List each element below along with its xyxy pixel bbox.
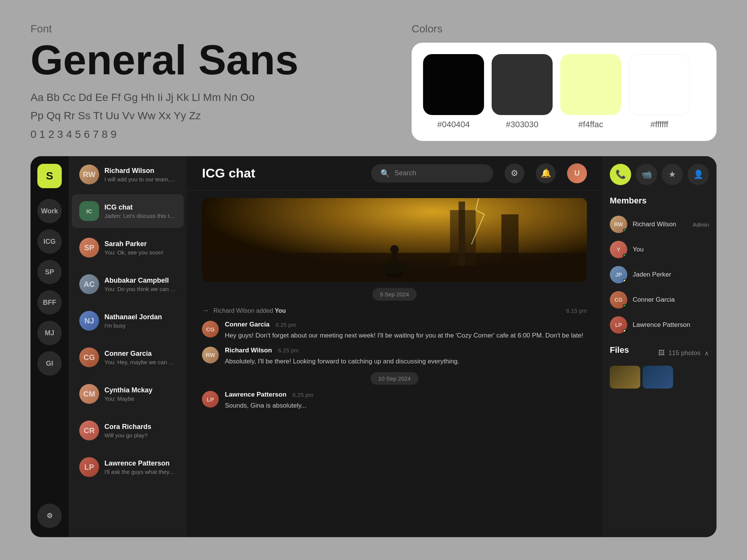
message-sender: Conner Garcia <box>225 321 269 328</box>
chat-name: ICG chat <box>104 203 176 211</box>
user-avatar-header[interactable]: U <box>567 163 587 183</box>
member-avatar: LP <box>610 316 627 334</box>
swatch-lime: #f4ffac <box>560 54 621 130</box>
member-role: Admin <box>692 221 709 228</box>
message-time: 6.25 pm <box>276 322 296 328</box>
date-divider-2: 10 Sep 2024 <box>202 372 587 385</box>
chat-preview: You: Maybe <box>104 395 176 402</box>
chevron-up-icon[interactable]: ∧ <box>704 349 709 357</box>
sidebar-item-gi[interactable]: GI <box>37 351 62 376</box>
settings-button[interactable]: ⚙ <box>505 163 524 183</box>
member-item-you: Y You <box>610 237 709 262</box>
files-section: Files 🖼 115 photos ∧ <box>610 345 709 389</box>
app-logo[interactable]: S <box>37 164 62 188</box>
notifications-button[interactable]: 🔔 <box>536 163 556 183</box>
member-item-jaden: JP Jaden Perker <box>610 262 709 287</box>
avatar: IC <box>79 201 99 221</box>
member-item-richard: RW Richard Wilson Admin <box>610 212 709 237</box>
status-dot <box>623 329 627 333</box>
colors-section: Colors #040404 #303030 #f4ffac #ffffff <box>412 23 717 141</box>
sidebar-item-bff[interactable]: BFF <box>37 290 62 315</box>
svg-rect-3 <box>450 210 476 266</box>
font-alphabet: Aa Bb Cc Dd Ee Ff Gg Hh Ii Jj Kk Ll Mm N… <box>30 88 335 125</box>
settings-icon[interactable]: ⚙ <box>37 504 62 528</box>
message-text: Sounds, Gina is absolutely... <box>225 401 587 411</box>
chat-name: Cynthia Mckay <box>104 386 176 394</box>
message-row-lawrence: LP Lawrence Patterson 6.25 pm Sounds, Gi… <box>202 391 587 411</box>
chat-item-nathanael-jordan[interactable]: NJ Nathanael Jordan I'm busy <box>72 304 184 338</box>
member-avatar: RW <box>610 216 627 233</box>
chat-item-richard-wilson[interactable]: RW Richard Wilson I will add you to our … <box>72 158 184 191</box>
system-text-bold: You <box>275 307 286 314</box>
chat-item-abubakar-campbell[interactable]: AC Abubakar Campbell You: Do you think w… <box>72 267 184 301</box>
message-sender: Lawrence Patterson <box>225 391 287 398</box>
chat-preview: Will you go play? <box>104 432 176 438</box>
video-button[interactable]: 📹 <box>636 164 657 185</box>
member-name: You <box>633 246 709 253</box>
call-button[interactable]: 📞 <box>610 164 631 185</box>
search-input[interactable]: Search <box>394 169 416 177</box>
chat-preview: You: Ok, see you soon! <box>104 249 176 256</box>
font-section: Font General Sans Aa Bb Cc Dd Ee Ff Gg H… <box>30 23 335 141</box>
avatar: LP <box>79 457 99 477</box>
message-row-richard: RW Richard Wilson 6.25 pm Absolutely, I'… <box>202 347 587 366</box>
chat-name: Cora Richards <box>104 423 176 431</box>
chat-item-cora-richards[interactable]: CR Cora Richards Will you go play? <box>72 414 184 447</box>
swatch-dark: #303030 <box>492 54 553 130</box>
message-sender: Richard Wilson <box>225 347 272 354</box>
chat-item-icg[interactable]: IC ICG chat Jaden: Let's discuss this to… <box>72 194 184 228</box>
member-item-lawrence-r: LP Lawrence Patterson <box>610 312 709 338</box>
avatar: RW <box>79 165 99 184</box>
chat-name: Sarah Parker <box>104 240 176 248</box>
member-item-conner-r: CG Conner Garcia <box>610 287 709 312</box>
member-name: Richard Wilson <box>633 221 687 228</box>
chat-name: Lawrence Patterson <box>104 459 176 467</box>
message-text: Hey guys! Don't forget about our meeting… <box>225 331 587 341</box>
message-avatar: LP <box>202 391 219 408</box>
message-avatar: RW <box>202 347 219 363</box>
avatar: CM <box>79 384 99 404</box>
thumbnail[interactable] <box>610 366 640 389</box>
members-button[interactable]: 👤 <box>688 164 709 185</box>
files-thumbnails <box>610 366 709 389</box>
swatch-black: #040404 <box>423 54 484 130</box>
chat-name: Nathanael Jordan <box>104 313 176 321</box>
sidebar-item-sp[interactable]: SP <box>37 260 62 284</box>
system-message: → Richard Wilson added You 6.15 pm <box>202 307 587 315</box>
member-avatar: CG <box>610 291 627 309</box>
files-count: 🖼 115 photos ∧ <box>658 349 709 357</box>
chat-name: Abubakar Campbell <box>104 277 176 285</box>
photo-icon: 🖼 <box>658 349 665 357</box>
message-time: 6.25 pm <box>293 392 313 398</box>
chat-preview: I will add you to our team, we... <box>104 176 176 182</box>
messages-area: 9 Sep 2024 → Richard Wilson added You 6.… <box>187 190 602 537</box>
sidebar-item-work[interactable]: Work <box>37 199 62 223</box>
system-msg-time: 6.15 pm <box>566 307 587 314</box>
svg-rect-4 <box>502 214 519 266</box>
chat-item-conner-garcia[interactable]: CG Conner Garcia You: Hey, maybe we can … <box>72 341 184 374</box>
message-row-conner: CG Conner Garcia 6.25 pm Hey guys! Don't… <box>202 321 587 341</box>
search-bar[interactable]: 🔍 Search <box>371 164 493 182</box>
sidebar-item-mj[interactable]: MJ <box>37 321 62 345</box>
message-avatar: CG <box>202 321 219 338</box>
sidebar-item-icg[interactable]: ICG <box>37 229 62 254</box>
chat-item-cynthia-mckay[interactable]: CM Cynthia Mckay You: Maybe <box>72 377 184 411</box>
avatar: CG <box>79 347 99 367</box>
chat-preview: I'm busy <box>104 322 176 329</box>
chat-header: ICG chat 🔍 Search ⚙ 🔔 U <box>187 156 602 190</box>
chat-preview: I'll ask the guys what they think <box>104 469 176 475</box>
members-title: Members <box>610 196 709 206</box>
chat-item-sarah-parker[interactable]: SP Sarah Parker You: Ok, see you soon! <box>72 231 184 264</box>
panel-icons: 📞 📹 ★ 👤 <box>610 164 709 185</box>
chat-preview: Jaden: Let's discuss this tom... <box>104 213 176 219</box>
chat-item-lawrence-patterson[interactable]: LP Lawrence Patterson I'll ask the guys … <box>72 450 184 484</box>
svg-point-7 <box>390 245 399 253</box>
status-dot <box>623 254 627 258</box>
chat-list: RW Richard Wilson I will add you to our … <box>69 156 187 537</box>
star-button[interactable]: ★ <box>662 164 683 185</box>
svg-point-8 <box>382 262 407 274</box>
chat-title-main: ICG chat <box>202 166 360 181</box>
date-divider-1: 9 Sep 2024 <box>202 288 587 301</box>
thumbnail[interactable] <box>643 366 673 389</box>
member-avatar: Y <box>610 241 627 258</box>
